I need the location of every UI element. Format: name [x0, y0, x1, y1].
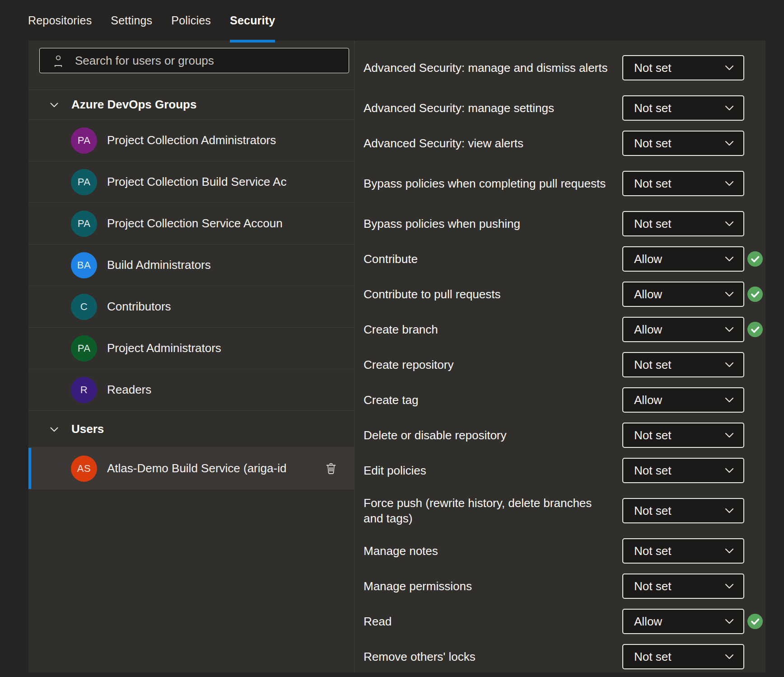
- tab-policies[interactable]: Policies: [171, 0, 211, 41]
- identity-sidebar: Azure DevOps Groups PA Project Collectio…: [28, 41, 355, 672]
- group-section-header[interactable]: Azure DevOps Groups: [28, 89, 354, 120]
- permission-dropdown[interactable]: Not set: [622, 538, 744, 564]
- chevron-down-icon: [723, 651, 735, 663]
- chevron-down-icon: [723, 545, 735, 557]
- dropdown-value: Not set: [634, 544, 723, 558]
- permission-dropdown[interactable]: Not set: [622, 171, 744, 196]
- permission-label: Force push (rewrite history, delete bran…: [364, 495, 622, 526]
- dropdown-value: Allow: [634, 615, 723, 629]
- chevron-down-icon: [723, 616, 735, 627]
- chevron-down-icon: [723, 102, 735, 114]
- permission-label: Bypass policies when completing pull req…: [364, 176, 622, 191]
- chevron-down-icon: [723, 394, 735, 406]
- permission-dropdown[interactable]: Allow: [622, 282, 744, 307]
- permission-row: Manage notes Not set: [364, 533, 765, 569]
- tab-bar: Repositories Settings Policies Security: [0, 0, 784, 41]
- chevron-down-icon: [723, 324, 735, 335]
- permission-row: Create tag Allow: [364, 382, 765, 418]
- avatar: PA: [71, 127, 97, 154]
- user-label: Atlas-Demo Build Service (ariga-id: [107, 461, 354, 475]
- permission-label: Bypass policies when pushing: [364, 216, 622, 231]
- avatar: PA: [71, 335, 97, 362]
- chevron-down-icon: [723, 178, 735, 189]
- permission-row: Bypass policies when completing pull req…: [364, 161, 765, 206]
- users-section-title: Users: [71, 422, 104, 436]
- delete-user-button[interactable]: [323, 461, 339, 477]
- permission-row: Advanced Security: manage and dismiss al…: [364, 45, 765, 90]
- sidebar-item-project-collection-build-service-accounts[interactable]: PA Project Collection Build Service Ac: [28, 161, 354, 203]
- sidebar-item-user-atlas-demo-build-service[interactable]: AS Atlas-Demo Build Service (ariga-id: [28, 448, 354, 489]
- person-search-icon: [52, 54, 64, 67]
- chevron-down-icon: [723, 253, 735, 265]
- permission-row: Contribute to pull requests Allow: [364, 277, 765, 312]
- chevron-down-icon: [723, 465, 735, 476]
- dropdown-value: Allow: [634, 287, 723, 301]
- permission-dropdown[interactable]: Allow: [622, 387, 744, 413]
- avatar: C: [71, 294, 97, 320]
- group-label: Project Collection Administrators: [107, 133, 354, 147]
- permission-dropdown[interactable]: Not set: [622, 131, 744, 156]
- avatar: BA: [71, 252, 97, 278]
- permission-dropdown[interactable]: Allow: [622, 609, 744, 634]
- identity-list: Azure DevOps Groups PA Project Collectio…: [28, 89, 354, 489]
- sidebar-item-readers[interactable]: R Readers: [28, 369, 354, 411]
- dropdown-value: Not set: [634, 464, 723, 478]
- dropdown-value: Not set: [634, 650, 723, 664]
- sidebar-item-project-collection-administrators[interactable]: PA Project Collection Administrators: [28, 120, 354, 161]
- permission-label: Delete or disable repository: [364, 428, 622, 443]
- permission-label: Create tag: [364, 392, 622, 408]
- dropdown-value: Not set: [634, 177, 723, 191]
- dropdown-value: Not set: [634, 428, 723, 442]
- tab-security[interactable]: Security: [230, 0, 275, 41]
- chevron-down-icon: [723, 429, 735, 441]
- permission-label: Manage notes: [364, 543, 622, 559]
- dropdown-value: Not set: [634, 101, 723, 115]
- permission-dropdown[interactable]: Allow: [622, 317, 744, 342]
- chevron-down-icon: [49, 100, 59, 110]
- avatar: R: [71, 377, 97, 403]
- granted-check-badge: [747, 322, 763, 337]
- permission-dropdown[interactable]: Not set: [622, 498, 744, 523]
- permission-row: Force push (rewrite history, delete bran…: [364, 488, 765, 533]
- permission-row: Manage permissions Not set: [364, 569, 765, 604]
- tab-settings[interactable]: Settings: [111, 0, 152, 41]
- granted-check-badge: [747, 614, 763, 629]
- dropdown-value: Allow: [634, 252, 723, 266]
- sidebar-item-build-administrators[interactable]: BA Build Administrators: [28, 244, 354, 286]
- permission-dropdown[interactable]: Not set: [622, 95, 744, 121]
- permission-label: Advanced Security: manage and dismiss al…: [364, 60, 622, 75]
- chevron-down-icon: [49, 424, 59, 434]
- permission-dropdown[interactable]: Not set: [622, 55, 744, 80]
- dropdown-value: Allow: [634, 323, 723, 337]
- permission-dropdown[interactable]: Not set: [622, 574, 744, 599]
- chevron-down-icon: [723, 505, 735, 517]
- avatar: PA: [71, 211, 97, 237]
- permission-dropdown[interactable]: Not set: [622, 211, 744, 236]
- dropdown-value: Not set: [634, 504, 723, 518]
- permission-dropdown[interactable]: Not set: [622, 352, 744, 377]
- chevron-down-icon: [723, 580, 735, 592]
- permission-row: Contribute Allow: [364, 241, 765, 277]
- search-input[interactable]: [75, 54, 349, 68]
- sidebar-item-contributors[interactable]: C Contributors: [28, 286, 354, 328]
- permission-label: Create branch: [364, 322, 622, 337]
- dropdown-value: Not set: [634, 61, 723, 75]
- sidebar-item-project-administrators[interactable]: PA Project Administrators: [28, 328, 354, 369]
- tab-repositories[interactable]: Repositories: [28, 0, 92, 41]
- permission-dropdown[interactable]: Not set: [622, 644, 744, 669]
- permission-label: Remove others' locks: [364, 649, 622, 664]
- repository-security-page: Repositories Settings Policies Security: [0, 0, 784, 677]
- permission-dropdown[interactable]: Not set: [622, 423, 744, 448]
- permission-label: Edit policies: [364, 463, 622, 478]
- search-box: [39, 48, 349, 73]
- group-label: Contributors: [107, 300, 354, 314]
- permission-dropdown[interactable]: Not set: [622, 458, 744, 483]
- sidebar-item-project-collection-service-accounts[interactable]: PA Project Collection Service Accoun: [28, 203, 354, 244]
- chevron-down-icon: [723, 359, 735, 371]
- users-section-header[interactable]: Users: [28, 411, 354, 448]
- permission-label: Advanced Security: view alerts: [364, 136, 622, 151]
- dropdown-value: Allow: [634, 393, 723, 407]
- permission-row: Create branch Allow: [364, 312, 765, 347]
- permission-dropdown[interactable]: Allow: [622, 246, 744, 272]
- permission-label: Manage permissions: [364, 578, 622, 594]
